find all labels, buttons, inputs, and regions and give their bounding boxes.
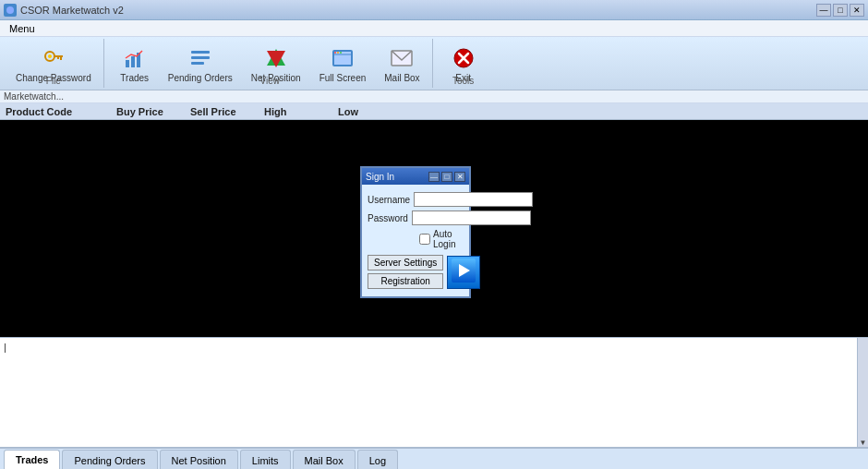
signin-submit-button[interactable] xyxy=(447,256,480,289)
password-input[interactable] xyxy=(412,210,531,225)
market-watch-area: Sign In — □ ✕ Username Password Auto Log… xyxy=(0,120,868,337)
mail-box-label: Mail Box xyxy=(384,73,419,83)
window-title: CSOR Marketwatch v2 xyxy=(20,5,124,16)
signin-title: Sign In xyxy=(366,172,394,182)
pending-orders-icon xyxy=(187,45,213,71)
tab-pending-orders-label: Pending Orders xyxy=(74,455,145,466)
toolbar-file-group-label: File xyxy=(46,76,61,86)
pending-orders-button[interactable]: Pending Orders xyxy=(160,41,241,87)
signin-body: Username Password Auto Login Server Sett… xyxy=(362,185,469,296)
svg-point-15 xyxy=(334,52,336,54)
tab-net-position-label: Net Position xyxy=(172,455,226,466)
toolbar-group-view: Trades Pending Orders xyxy=(108,39,433,88)
signin-restore[interactable]: □ xyxy=(441,172,452,182)
signin-titlebar: Sign In — □ ✕ xyxy=(362,168,469,185)
svg-point-17 xyxy=(340,52,342,54)
exit-icon xyxy=(451,45,476,71)
username-label: Username xyxy=(368,195,410,205)
cursor-indicator: | xyxy=(4,342,6,353)
restore-button[interactable]: □ xyxy=(833,4,848,17)
toolbar-view-group-label: View xyxy=(259,76,280,86)
toolbar: Change Password File Trades xyxy=(0,37,868,90)
menu-item-menu[interactable]: Menu xyxy=(4,23,41,34)
signin-controls: — □ ✕ xyxy=(428,172,465,182)
trades-label: Trades xyxy=(120,73,149,83)
auto-login-label: Auto Login xyxy=(433,229,464,249)
signin-close[interactable]: ✕ xyxy=(454,172,465,182)
tab-pending-orders[interactable]: Pending Orders xyxy=(62,450,157,469)
bottom-area: | ▼ xyxy=(0,337,868,448)
username-row: Username xyxy=(368,192,464,207)
full-screen-button[interactable]: Full Screen xyxy=(311,41,375,87)
toolbar-tools-group-label: Tools xyxy=(452,76,474,86)
breadcrumb: Marketwatch... xyxy=(0,90,868,103)
svg-point-0 xyxy=(6,6,14,14)
action-buttons: Server Settings Registration xyxy=(368,255,443,289)
toolbar-group-file: Change Password File xyxy=(4,39,104,88)
signin-primary-area xyxy=(447,255,480,289)
tab-trades[interactable]: Trades xyxy=(4,450,60,469)
full-screen-icon xyxy=(330,45,356,71)
bottom-tabs: Trades Pending Orders Net Position Limit… xyxy=(0,448,868,469)
trades-button[interactable]: Trades xyxy=(112,41,158,87)
key-icon xyxy=(41,45,66,71)
svg-point-16 xyxy=(337,52,339,54)
svg-rect-10 xyxy=(191,56,210,59)
window-controls: — □ ✕ xyxy=(816,4,864,17)
trades-icon xyxy=(122,45,148,71)
auto-login-checkbox[interactable] xyxy=(419,234,430,245)
password-label: Password xyxy=(368,213,408,223)
col-buy-price: Buy Price xyxy=(113,106,187,117)
col-sell-price: Sell Price xyxy=(187,106,260,117)
tab-mail-box-label: Mail Box xyxy=(305,455,344,466)
svg-point-5 xyxy=(48,54,52,58)
signin-dialog: Sign In — □ ✕ Username Password Auto Log… xyxy=(360,166,471,298)
mail-box-icon xyxy=(389,45,415,71)
tab-trades-label: Trades xyxy=(16,454,48,465)
tab-limits-label: Limits xyxy=(252,455,279,466)
password-row: Password xyxy=(368,210,464,225)
registration-button[interactable]: Registration xyxy=(368,273,443,289)
title-bar: CSOR Marketwatch v2 — □ ✕ xyxy=(0,0,868,20)
svg-rect-11 xyxy=(191,62,204,65)
menu-bar: Menu xyxy=(0,20,868,37)
col-low: Low xyxy=(334,106,408,117)
tab-net-position[interactable]: Net Position xyxy=(160,450,238,469)
column-headers: Product Code Buy Price Sell Price High L… xyxy=(0,103,868,120)
server-settings-button[interactable]: Server Settings xyxy=(368,255,443,271)
toolbar-group-tools: Exit Tools xyxy=(437,39,490,88)
col-product-code: Product Code xyxy=(2,106,113,117)
svg-rect-14 xyxy=(333,51,352,66)
full-screen-label: Full Screen xyxy=(319,73,367,83)
tab-log-label: Log xyxy=(369,455,386,466)
scrollbar[interactable]: ▼ xyxy=(857,338,868,447)
mail-box-button[interactable]: Mail Box xyxy=(376,41,428,87)
title-left: CSOR Marketwatch v2 xyxy=(4,4,124,17)
col-high: High xyxy=(260,106,334,117)
tab-log[interactable]: Log xyxy=(357,450,398,469)
svg-rect-6 xyxy=(126,60,129,67)
tab-mail-box[interactable]: Mail Box xyxy=(293,450,356,469)
username-input[interactable] xyxy=(414,192,533,207)
pending-orders-label: Pending Orders xyxy=(168,73,233,83)
signin-minimize[interactable]: — xyxy=(428,172,440,182)
scroll-down-arrow[interactable]: ▼ xyxy=(860,439,867,447)
tab-limits[interactable]: Limits xyxy=(240,450,291,469)
app-icon xyxy=(4,4,17,17)
minimize-button[interactable]: — xyxy=(816,4,831,17)
close-button[interactable]: ✕ xyxy=(850,4,864,17)
auto-login-row: Auto Login xyxy=(368,229,464,249)
svg-rect-9 xyxy=(191,51,210,54)
net-position-icon xyxy=(263,45,289,71)
signin-buttons: Server Settings Registration xyxy=(368,255,464,289)
svg-rect-7 xyxy=(131,56,135,67)
